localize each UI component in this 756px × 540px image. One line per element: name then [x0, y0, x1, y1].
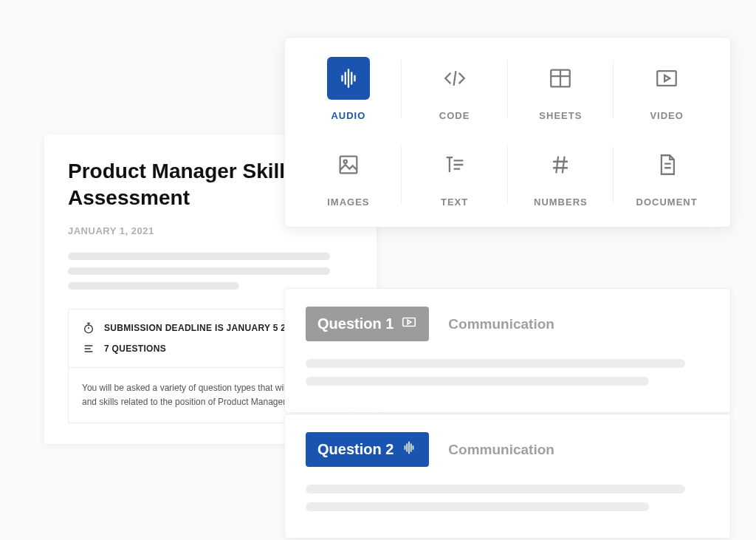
question-card-1[interactable]: Question 1 Communication	[284, 288, 731, 413]
type-label: IMAGES	[327, 196, 369, 208]
numbers-icon	[539, 143, 582, 186]
question-category: Communication	[448, 316, 554, 332]
audio-icon	[401, 440, 417, 459]
svg-rect-3	[340, 157, 357, 174]
type-option-numbers[interactable]: NUMBERS	[508, 143, 614, 208]
question-card-2[interactable]: Question 2 Communication	[284, 414, 731, 539]
type-label: CODE	[439, 110, 470, 121]
audio-icon	[327, 57, 370, 100]
type-label: SHEETS	[539, 110, 582, 121]
type-option-code[interactable]: CODE	[402, 57, 508, 121]
question-header: Question 2 Communication	[306, 432, 709, 467]
images-icon	[327, 143, 370, 186]
stopwatch-icon	[82, 321, 95, 335]
count-text: 7 QUESTIONS	[104, 344, 166, 354]
type-option-text[interactable]: TEXT	[402, 143, 508, 208]
svg-point-4	[344, 160, 347, 163]
skeleton-line	[306, 359, 685, 368]
type-label: VIDEO	[650, 110, 683, 121]
skeleton-placeholder	[68, 253, 353, 290]
type-option-images[interactable]: IMAGES	[295, 143, 402, 208]
list-icon	[82, 342, 95, 355]
question-category: Communication	[448, 442, 554, 458]
video-icon	[401, 314, 417, 334]
type-option-document[interactable]: DOCUMENT	[614, 143, 720, 208]
type-picker-panel: AUDIO CODE SHEETS VIDEO IMAGES TEXT NU	[284, 37, 731, 228]
type-option-sheets[interactable]: SHEETS	[508, 57, 614, 121]
type-label: NUMBERS	[534, 196, 588, 208]
svg-rect-5	[403, 318, 416, 327]
type-option-audio[interactable]: AUDIO	[295, 57, 402, 121]
type-label: AUDIO	[331, 110, 365, 121]
sheets-icon	[539, 57, 582, 100]
document-icon	[645, 143, 688, 186]
skeleton-line	[306, 377, 649, 386]
skeleton-line	[68, 253, 330, 260]
question-header: Question 1 Communication	[306, 307, 709, 341]
video-icon	[645, 57, 688, 100]
type-option-video[interactable]: VIDEO	[614, 57, 720, 121]
question-badge: Question 1	[306, 307, 429, 341]
skeleton-line	[306, 485, 685, 493]
type-label: TEXT	[441, 196, 468, 208]
question-badge-label: Question 2	[317, 441, 394, 458]
question-badge: Question 2	[306, 432, 429, 467]
code-icon	[433, 57, 476, 100]
question-badge-label: Question 1	[317, 315, 394, 332]
type-label: DOCUMENT	[636, 196, 698, 208]
skeleton-line	[306, 502, 649, 511]
svg-rect-2	[657, 71, 676, 86]
skeleton-line	[68, 267, 330, 275]
text-icon	[433, 143, 476, 186]
skeleton-line	[68, 282, 239, 290]
